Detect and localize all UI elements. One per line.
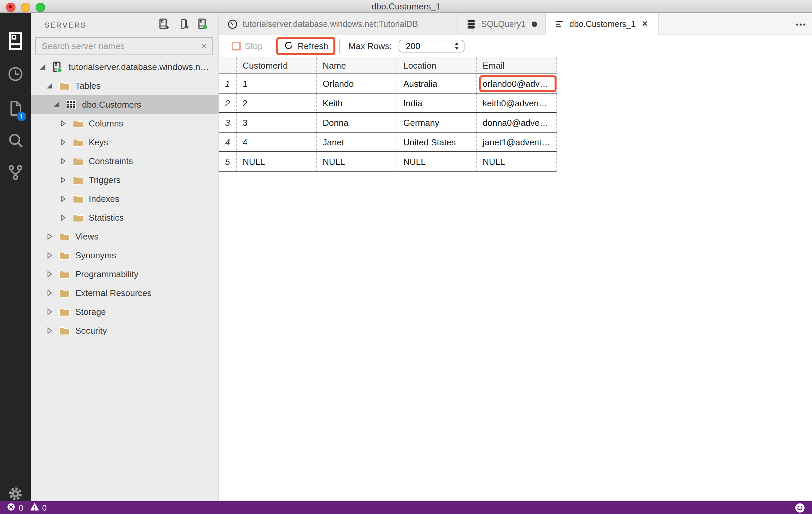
- tree-item-dbo-customers[interactable]: dbo.Customers: [31, 95, 219, 114]
- cell-location[interactable]: NULL: [397, 152, 476, 171]
- cell-customerid[interactable]: NULL: [237, 152, 317, 171]
- stop-label: Stop: [245, 41, 263, 51]
- grid-row-4: 44JanetUnited Statesjanet1@advent…: [219, 133, 557, 152]
- tree-item-statistics[interactable]: Statistics: [31, 208, 219, 227]
- row-number[interactable]: 3: [219, 113, 237, 132]
- tree-item-columns[interactable]: Columns: [31, 114, 219, 133]
- arrow-collapsed-icon[interactable]: [45, 232, 54, 241]
- cell-customerid[interactable]: 3: [237, 113, 317, 132]
- cell-name[interactable]: Janet: [317, 133, 397, 152]
- cell-location[interactable]: Germany: [397, 113, 476, 132]
- cell-email[interactable]: donna0@adve…: [476, 113, 557, 132]
- tree-item-external-resources[interactable]: External Resources: [31, 283, 219, 302]
- arrow-collapsed-icon[interactable]: [58, 213, 67, 222]
- activity-item-search[interactable]: [0, 129, 31, 155]
- tree-item-label: Constraints: [89, 156, 133, 166]
- search-input[interactable]: [36, 41, 196, 51]
- cell-customerid[interactable]: 4: [237, 133, 317, 152]
- column-header-location[interactable]: Location: [397, 57, 476, 73]
- cell-location[interactable]: United States: [397, 133, 476, 152]
- more-actions-button[interactable]: •••: [796, 13, 807, 35]
- tree-item-security[interactable]: Security: [31, 321, 219, 340]
- arrow-collapsed-icon[interactable]: [45, 288, 54, 297]
- cell-name[interactable]: Orlando: [317, 74, 397, 93]
- new-connection-button[interactable]: [157, 19, 169, 31]
- cell-name[interactable]: Keith: [317, 93, 397, 112]
- search-icon: [7, 133, 24, 152]
- tree-item-programmability[interactable]: Programmability: [31, 264, 219, 283]
- refresh-button[interactable]: Refresh: [276, 37, 336, 55]
- row-number[interactable]: 2: [219, 93, 237, 112]
- tree-item-constraints[interactable]: Constraints: [31, 152, 219, 170]
- folder-icon: [72, 117, 83, 129]
- max-rows-value: 200: [406, 41, 420, 51]
- tree-item-label: Synonyms: [75, 250, 116, 260]
- tree-item-label: dbo.Customers: [82, 99, 141, 109]
- cell-email[interactable]: keith0@adven…: [476, 93, 557, 112]
- tab-label: tutorialserver.database.windows.net:Tuto…: [243, 19, 418, 29]
- tab-sqlquery1[interactable]: SQLQuery1: [458, 13, 546, 35]
- max-rows-dropdown[interactable]: 200: [398, 40, 464, 52]
- arrow-collapsed-icon[interactable]: [58, 194, 67, 203]
- cell-location[interactable]: India: [397, 93, 476, 112]
- activity-item-editors[interactable]: 1: [0, 96, 31, 123]
- close-tab-icon[interactable]: ✕: [642, 20, 648, 28]
- warnings-status[interactable]: 0: [30, 502, 47, 513]
- error-count: 0: [19, 503, 23, 512]
- arrow-collapsed-icon[interactable]: [45, 326, 54, 335]
- cell-name[interactable]: Donna: [317, 113, 397, 132]
- tree-item-tutorialserver-database-windows-n-[interactable]: tutorialserver.database.windows.n…: [31, 57, 219, 76]
- arrow-collapsed-icon[interactable]: [45, 269, 54, 278]
- arrow-expanded-icon[interactable]: [45, 81, 54, 90]
- arrow-collapsed-icon[interactable]: [58, 156, 67, 165]
- activity-item-source-control[interactable]: [0, 160, 31, 187]
- tree-item-label: Storage: [75, 306, 106, 317]
- folder-icon: [72, 193, 83, 204]
- activity-item-connections[interactable]: [0, 29, 31, 56]
- row-number[interactable]: 5: [219, 152, 237, 171]
- tree-item-keys[interactable]: Keys: [31, 133, 219, 152]
- cell-customerid[interactable]: 2: [237, 93, 317, 112]
- tree-item-storage[interactable]: Storage: [31, 302, 219, 321]
- tree-item-indexes[interactable]: Indexes: [31, 189, 219, 208]
- table-list-icon: [554, 19, 564, 29]
- cell-email[interactable]: NULL: [476, 152, 557, 171]
- cell-name[interactable]: NULL: [317, 152, 397, 171]
- stop-button[interactable]: Stop: [232, 41, 263, 51]
- column-header-name[interactable]: Name: [317, 57, 397, 73]
- modified-dot-icon: [532, 21, 537, 27]
- tab-dbo-customers-1[interactable]: dbo.Customers_1✕: [546, 13, 659, 35]
- folder-icon: [72, 136, 83, 148]
- tab-tutorialserver-database-windows-net-tutorialdb[interactable]: tutorialserver.database.windows.net:Tuto…: [219, 13, 458, 35]
- arrow-expanded-icon[interactable]: [38, 62, 47, 71]
- tree-item-tables[interactable]: Tables: [31, 76, 219, 95]
- tree-item-synonyms[interactable]: Synonyms: [31, 246, 219, 264]
- arrow-collapsed-icon[interactable]: [58, 138, 67, 146]
- cell-email[interactable]: orlando0@adv…: [476, 74, 557, 93]
- errors-status[interactable]: 0: [7, 502, 23, 513]
- folder-icon: [58, 231, 70, 242]
- folder-icon: [58, 249, 70, 261]
- feedback-smiley-button[interactable]: [794, 502, 805, 513]
- arrow-collapsed-icon[interactable]: [45, 307, 54, 316]
- arrow-collapsed-icon[interactable]: [58, 175, 67, 184]
- clear-search-icon[interactable]: ✕: [196, 42, 212, 51]
- column-header-email[interactable]: Email: [476, 57, 557, 73]
- row-number[interactable]: 1: [219, 74, 237, 93]
- sidebar-actions: [157, 19, 208, 31]
- arrow-collapsed-icon[interactable]: [45, 251, 54, 259]
- new-server-group-button[interactable]: [177, 19, 189, 31]
- column-header-customerid[interactable]: CustomerId: [237, 57, 317, 73]
- tree-item-label: Triggers: [89, 174, 120, 185]
- row-number[interactable]: 4: [219, 133, 237, 152]
- warning-count: 0: [42, 503, 47, 512]
- cell-customerid[interactable]: 1: [237, 74, 317, 93]
- active-connections-button[interactable]: [196, 19, 208, 31]
- arrow-expanded-icon[interactable]: [52, 100, 60, 109]
- cell-email[interactable]: janet1@advent…: [476, 133, 557, 152]
- arrow-collapsed-icon[interactable]: [58, 119, 67, 128]
- cell-location[interactable]: Australia: [397, 74, 476, 93]
- tree-item-triggers[interactable]: Triggers: [31, 170, 219, 189]
- activity-item-task-history[interactable]: [0, 62, 31, 89]
- tree-item-views[interactable]: Views: [31, 227, 219, 246]
